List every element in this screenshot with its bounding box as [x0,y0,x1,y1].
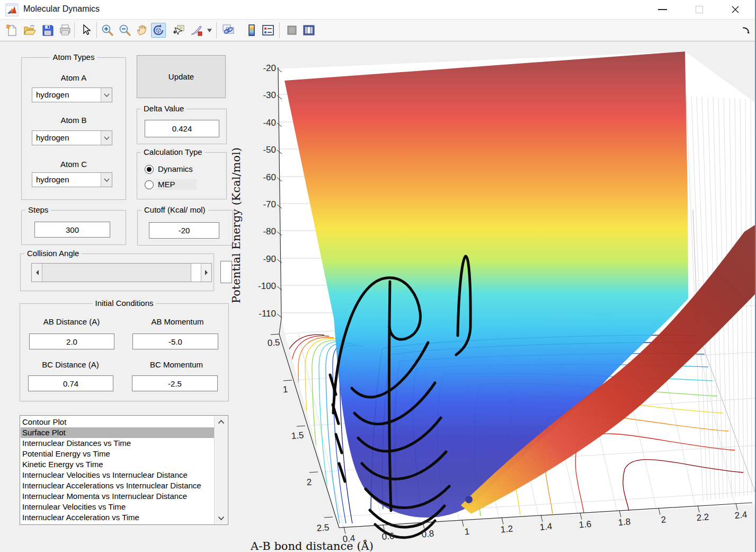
radio-button-icon[interactable] [145,180,154,189]
slider-right-arrow-icon[interactable] [201,264,211,282]
atom-c-value: hydrogen [32,173,101,187]
bc-distance-label: BC Distance (A) [23,360,118,369]
axis-tick-mark [271,334,279,335]
plot-tools-dock-icon[interactable] [301,23,316,38]
axis-tick-label: 1.5 [291,430,304,441]
axis-tick-label: -90 [263,254,276,264]
radio-option-dynamics[interactable]: Dynamics [145,163,196,175]
axis-tick-label: -110 [259,309,276,319]
bc-momentum-field[interactable] [132,375,218,391]
insert-legend-icon[interactable] [261,23,275,38]
z-axis-label: Potential Energy (Kcal/mol) [232,147,243,303]
save-icon[interactable] [40,23,55,38]
radio-label: Dynamics [157,164,196,174]
toolbar-separator [279,22,280,38]
rotate-3d-icon[interactable] [151,23,166,38]
brush-dropdown-caret[interactable] [207,29,212,32]
axis-tick-mark [309,472,318,472]
open-folder-icon[interactable] [22,23,37,38]
delta-value-field[interactable] [145,120,219,137]
axis-tick-label: 1.8 [618,516,631,528]
new-file-icon[interactable] [4,23,19,38]
dock-figure-icon[interactable] [742,26,751,34]
pan-icon[interactable] [135,23,150,38]
axis-tick-label: 1.6 [579,519,592,530]
ab-momentum-field[interactable] [132,334,218,349]
title-bar: Molecular Dynamics [0,0,755,20]
panel-title: Steps [25,205,51,215]
maximize-icon[interactable] [687,0,711,19]
plot-3d-axes[interactable]: -20-30-40-50-60-70-80-90-100-1100.511.52… [232,45,756,552]
collision-angle-slider[interactable] [31,263,212,282]
axis-tick-label: 2.4 [734,510,748,521]
pointer-icon[interactable] [78,23,93,38]
list-item[interactable]: Internuclear Acceleration vs Time [21,512,214,523]
axis-tick-label: 0.8 [421,529,434,540]
axis-tick-label: 2.5 [316,522,330,533]
atom-a-label: Atom A [21,73,126,82]
panel-title: Initial Conditions [92,299,156,308]
list-item[interactable]: Internuclear Distances vs Time [21,438,214,449]
list-item[interactable]: Internuclear Velocities vs Internuclear … [21,470,214,480]
print-icon[interactable] [58,23,73,38]
slider-track[interactable] [191,264,201,282]
list-item[interactable]: Surface Plot [21,427,214,438]
link-plots-icon[interactable] [221,23,236,38]
molecular-dynamics-window: { "window": { "title": "Molecular Dynami… [0,0,756,552]
brush-icon[interactable] [189,23,204,38]
atom-b-dropdown[interactable]: hydrogen [32,130,112,145]
radio-option-mep[interactable]: MEP [145,179,197,190]
scroll-down-icon[interactable] [215,513,227,524]
axis-tick-label: -80 [263,226,276,236]
panel-title: Atom Types [50,52,97,62]
slider-thumb[interactable] [42,264,191,282]
minimize-icon[interactable] [650,0,674,19]
data-cursor-icon[interactable] [172,23,186,38]
bc-distance-field[interactable] [28,375,113,391]
x-axis-label: A-B bond distance (Å) [250,539,373,552]
radio-button-icon[interactable] [145,165,154,174]
chevron-down-icon[interactable] [101,88,112,102]
toolbar-separator [96,22,97,38]
collision-angle-value-field[interactable] [220,261,232,283]
axis-tick-label: 1 [464,527,470,537]
plot-type-listbox[interactable]: Contour PlotSurface PlotInternuclear Dis… [20,415,228,525]
close-icon[interactable] [723,0,748,19]
list-item[interactable]: Internulear Velocities vs Time [21,502,214,512]
atom-a-dropdown[interactable]: hydrogen [32,87,112,102]
axis-tick-mark [297,426,305,426]
listbox-scrollbar[interactable] [214,416,227,524]
ab-distance-field[interactable] [29,334,114,349]
list-item[interactable]: Contour Plot [21,417,214,427]
axis-tick-label: -20 [263,63,276,73]
chevron-down-icon[interactable] [101,173,112,187]
axis-tick-label: -40 [263,118,276,128]
cutoff-field[interactable] [149,222,219,239]
collision-angle-panel: Collision Angle [20,253,214,291]
slider-left-arrow-icon[interactable] [32,264,42,282]
plot-tools-off-icon[interactable] [284,23,299,38]
bc-momentum-label: BC Momentum [129,360,224,369]
ab-momentum-label: AB Momentum [130,317,225,326]
list-item[interactable]: Internuclear Accelerations vs Internucle… [21,480,214,491]
chevron-down-icon[interactable] [101,131,112,145]
axis-tick-label: 1.4 [539,521,553,532]
steps-field[interactable] [34,222,110,238]
scroll-up-icon[interactable] [215,416,227,427]
update-button[interactable]: Update [137,55,226,98]
axis-tick-label: -70 [263,199,276,209]
list-item[interactable]: Internuclear Momenta vs Time [21,523,214,524]
atom-a-value: hydrogen [32,88,101,102]
axis-tick-label: -30 [263,90,276,100]
calculation-type-panel: Calculation Type DynamicsMEP [137,152,227,199]
zoom-in-icon[interactable] [100,23,115,38]
axis-tick-mark [324,517,333,518]
atom-c-dropdown[interactable]: hydrogen [32,172,112,187]
insert-colorbar-icon[interactable] [244,23,259,38]
list-item[interactable]: Kinetic Energy vs Time [21,459,214,470]
axis-tick-mark [462,520,464,527]
zoom-out-icon[interactable] [118,23,132,38]
axis-tick-label: 2 [306,477,312,488]
list-item[interactable]: Potential Energy vs Time [21,449,214,459]
list-item[interactable]: Internuclear Momenta vs Internuclear Dis… [21,491,214,502]
